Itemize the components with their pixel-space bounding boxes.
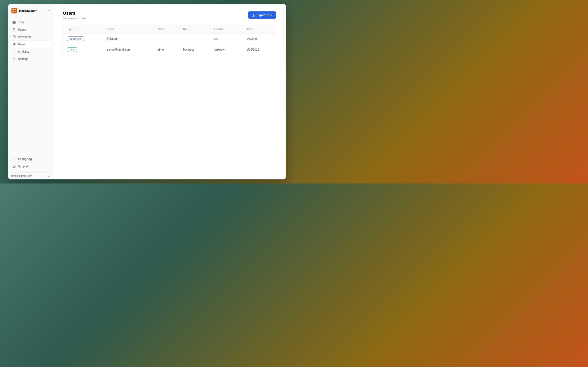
settings-icon <box>12 57 16 61</box>
footer-item-support-label: Support <box>18 165 28 168</box>
pages-icon <box>12 28 16 31</box>
app-window: Kardow.com ▾ Jobs <box>8 4 286 179</box>
users-table-container: Type Email Name Role Location Joined Sub… <box>63 25 276 55</box>
svg-rect-15 <box>14 51 14 53</box>
table-body: Subscriber fff@f.com – – LK 1/8/2025 Use… <box>63 33 276 55</box>
page-header: Users Manage your users Export CSV <box>53 4 286 25</box>
col-name: Name <box>154 25 179 33</box>
cell-email-2: simon@gmail.com <box>103 44 154 55</box>
page-title-group: Users Manage your users <box>63 11 86 20</box>
analytics-icon <box>12 50 16 53</box>
page-subtitle: Manage your users <box>63 17 86 20</box>
page-title: Users <box>63 11 86 16</box>
support-icon <box>12 165 16 168</box>
sidebar-footer: Changelog Support <box>8 153 53 172</box>
footer-item-support[interactable]: Support <box>10 163 51 170</box>
cell-name-1: – <box>154 33 179 44</box>
user-section[interactable]: simon@gmail.com ▲ <box>8 172 53 179</box>
table-header: Type Email Name Role Location Joined <box>63 25 276 33</box>
sidebar-item-settings[interactable]: Settings <box>10 55 51 62</box>
export-csv-button[interactable]: Export CSV <box>248 11 276 19</box>
users-icon <box>12 42 16 46</box>
svg-point-21 <box>14 167 14 167</box>
user-email: simon@gmail.com <box>11 175 32 177</box>
svg-point-17 <box>14 58 15 59</box>
sidebar-chevron-icon: ▾ <box>48 9 50 12</box>
sidebar-item-pages[interactable]: Pages <box>10 26 51 33</box>
col-email: Email <box>103 25 154 33</box>
sidebar-item-analytics-label: Analytics <box>18 50 29 53</box>
cell-type-subscriber: Subscriber <box>63 33 103 44</box>
svg-rect-2 <box>15 9 16 10</box>
col-role: Role <box>179 25 210 33</box>
download-icon <box>252 13 255 17</box>
sidebar-nav: Jobs Pages <box>8 17 53 153</box>
changelog-icon <box>12 157 16 161</box>
sidebar-item-analytics[interactable]: Analytics <box>10 48 51 55</box>
payments-icon <box>12 35 16 39</box>
user-badge: User <box>67 47 77 52</box>
cell-location-1: LK <box>210 33 242 44</box>
users-table: Type Email Name Role Location Joined Sub… <box>63 25 276 55</box>
svg-point-18 <box>14 159 15 159</box>
cell-joined-2: 1/25/2025 <box>242 44 276 55</box>
cell-role-1: – <box>179 33 210 44</box>
cell-role-2: business <box>179 44 210 55</box>
table-row[interactable]: User simon@gmail.com simon business Unkn… <box>63 44 276 55</box>
svg-rect-1 <box>12 9 14 10</box>
export-csv-label: Export CSV <box>257 13 272 17</box>
footer-item-changelog-label: Changelog <box>18 157 32 161</box>
cell-type-user: User <box>63 44 103 55</box>
col-location: Location <box>210 25 242 33</box>
table-row[interactable]: Subscriber fff@f.com – – LK 1/8/2025 <box>63 33 276 44</box>
table-header-row: Type Email Name Role Location Joined <box>63 25 276 33</box>
sidebar-header[interactable]: Kardow.com ▾ <box>8 4 53 17</box>
footer-item-changelog[interactable]: Changelog <box>10 156 51 162</box>
sidebar-item-payments[interactable]: Payments <box>10 33 51 40</box>
sidebar-item-settings-label: Settings <box>18 57 28 60</box>
svg-rect-16 <box>15 50 15 53</box>
cell-joined-1: 1/8/2025 <box>242 33 276 44</box>
sidebar-item-jobs-label: Jobs <box>18 21 24 24</box>
sidebar-item-payments-label: Payments <box>18 35 31 39</box>
sidebar-item-pages-label: Pages <box>18 28 26 31</box>
col-joined: Joined <box>242 25 276 33</box>
sidebar-item-jobs[interactable]: Jobs <box>10 19 51 26</box>
sidebar: Kardow.com ▾ Jobs <box>8 4 53 179</box>
briefcase-icon <box>12 20 16 24</box>
svg-rect-3 <box>12 11 14 12</box>
svg-point-12 <box>13 43 14 44</box>
col-type: Type <box>63 25 103 33</box>
svg-rect-0 <box>11 8 17 13</box>
user-section-chevron-icon: ▲ <box>48 175 50 177</box>
cell-email-1: fff@f.com <box>103 33 154 44</box>
svg-rect-14 <box>13 52 13 53</box>
svg-rect-4 <box>15 11 16 12</box>
svg-point-13 <box>15 43 15 44</box>
cell-name-2: simon <box>154 44 179 55</box>
app-name: Kardow.com <box>19 9 46 12</box>
main-content: Users Manage your users Export CSV Type … <box>53 4 286 179</box>
subscriber-badge: Subscriber <box>67 36 84 41</box>
sidebar-item-users-label: Users <box>18 43 26 46</box>
app-logo <box>11 8 17 13</box>
sidebar-item-users[interactable]: Users <box>10 41 51 48</box>
cell-location-2: Unknown <box>210 44 242 55</box>
